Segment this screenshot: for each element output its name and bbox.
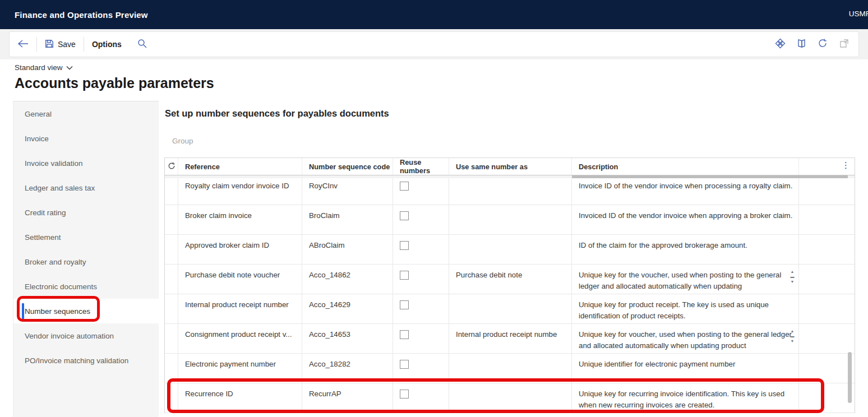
reuse-numbers-checkbox[interactable]	[400, 360, 409, 369]
sequence-code-cell[interactable]: BroClaim	[302, 205, 393, 234]
description-cell[interactable]: Unique identifier for electronic payment…	[572, 354, 799, 383]
reuse-numbers-checkbox[interactable]	[400, 330, 409, 339]
scroll-up-icon[interactable]: ▲	[791, 270, 795, 274]
column-header-reuse-numbers[interactable]: Reuse numbers	[393, 158, 449, 175]
sidebar-item-credit-rating[interactable]: Credit rating	[13, 200, 159, 225]
description-cell[interactable]: Unique key for the voucher, used when po…	[572, 265, 799, 294]
sequence-code-cell[interactable]: RecurrAP	[302, 383, 393, 413]
company-badge[interactable]: USMF	[849, 10, 868, 18]
reference-cell[interactable]: Consignment product receipt v...	[178, 324, 302, 353]
reference-cell[interactable]: Purchase debit note voucher	[178, 265, 302, 294]
row-gutter[interactable]	[165, 205, 178, 234]
cell-scroll-indicator[interactable]: ▲▬▼	[789, 329, 795, 343]
reuse-numbers-checkbox[interactable]	[400, 300, 409, 309]
same-number-cell[interactable]: Internal product receipt numbe	[449, 324, 572, 353]
open-in-new-window-button[interactable]	[837, 38, 851, 51]
row-gutter[interactable]	[165, 294, 178, 323]
scroll-drag-icon[interactable]: ▬	[791, 334, 795, 338]
scroll-drag-icon[interactable]: ▬	[791, 275, 795, 279]
description-cell[interactable]: Unique key for recurring invoice identif…	[572, 383, 799, 413]
same-number-cell[interactable]	[449, 205, 572, 234]
table-row: Internal product receipt number Acco_146…	[165, 294, 855, 324]
vertical-scrollbar-thumb[interactable]	[848, 352, 852, 403]
reference-cell[interactable]: Internal product receipt number	[178, 294, 302, 323]
table-row: Purchase debit note voucher Acco_14862 P…	[165, 265, 855, 294]
same-number-cell[interactable]	[449, 383, 572, 413]
description-cell[interactable]: Unique key for voucher, used when postin…	[572, 324, 799, 353]
sidebar-item-invoice-validation[interactable]: Invoice validation	[13, 151, 159, 175]
sidebar-item-po-invoice-matching-validation[interactable]: PO/Invoice matching validation	[13, 348, 159, 373]
reference-value: Broker claim invoice	[185, 211, 252, 220]
sequence-code-cell[interactable]: Acco_14862	[302, 265, 393, 294]
description-value: Unique identifier for electronic payment…	[579, 359, 793, 370]
help-guides-button[interactable]	[795, 38, 808, 51]
horizontal-scrollbar-thumb[interactable]	[572, 175, 848, 178]
sidebar-item-invoice[interactable]: Invoice	[13, 126, 159, 151]
sequence-code-cell[interactable]: Acco_18282	[302, 354, 393, 383]
reuse-numbers-checkbox[interactable]	[400, 271, 409, 280]
reference-cell[interactable]: Approved broker claim ID	[178, 235, 302, 264]
description-cell[interactable]: Invoiced ID of the vendor invoice when a…	[572, 205, 799, 234]
chevron-down-icon	[66, 63, 73, 72]
reference-cell[interactable]: Recurrence ID	[178, 383, 302, 413]
reuse-numbers-checkbox[interactable]	[400, 241, 409, 250]
sidebar-item-electronic-documents[interactable]: Electronic documents	[13, 274, 159, 299]
column-header-use-same-number-as[interactable]: Use same number as	[449, 158, 572, 175]
reuse-numbers-checkbox[interactable]	[400, 390, 409, 399]
same-number-cell[interactable]	[449, 175, 572, 205]
row-gutter[interactable]	[165, 235, 178, 264]
horizontal-scrollbar[interactable]	[165, 175, 855, 178]
sidebar-item-settlement[interactable]: Settlement	[13, 225, 159, 249]
same-number-cell[interactable]	[449, 354, 572, 383]
same-number-cell[interactable]: Purchase debit note	[449, 265, 572, 294]
sequence-code-cell[interactable]: RoyCInv	[302, 175, 393, 205]
back-button[interactable]	[10, 32, 36, 57]
sidebar-item-ledger-and-sales-tax[interactable]: Ledger and sales tax	[13, 175, 159, 200]
sequence-code-cell[interactable]: Acco_14629	[302, 294, 393, 323]
sequence-code-cell[interactable]: ABroClaim	[302, 235, 393, 264]
sidebar-item-broker-and-royalty[interactable]: Broker and royalty	[13, 249, 159, 274]
sequence-code-cell[interactable]: Acco_14653	[302, 324, 393, 353]
refresh-button[interactable]	[816, 38, 829, 51]
column-header-number-sequence-code[interactable]: Number sequence code	[302, 158, 393, 175]
cell-scroll-indicator[interactable]: ▲▬▼	[789, 270, 795, 284]
options-button[interactable]: Options	[84, 32, 130, 57]
table-row: Broker claim invoice BroClaim Invoiced I…	[165, 205, 855, 235]
dynamics-shapes-button[interactable]	[773, 38, 787, 51]
row-gutter[interactable]	[165, 175, 178, 205]
view-switcher[interactable]: Standard view	[15, 63, 73, 72]
reuse-numbers-cell	[393, 175, 449, 205]
sidebar-item-vendor-invoice-automation[interactable]: Vendor invoice automation	[13, 323, 159, 348]
reference-cell[interactable]: Royalty claim vendor invoice ID	[178, 175, 302, 205]
row-gutter[interactable]	[165, 324, 178, 353]
row-gutter[interactable]	[165, 383, 178, 413]
reuse-numbers-checkbox[interactable]	[400, 182, 409, 191]
back-arrow-icon	[17, 39, 29, 50]
column-header-reference[interactable]: Reference	[178, 158, 302, 175]
row-gutter[interactable]	[165, 265, 178, 294]
description-cell[interactable]: ID of the claim for the approved brokera…	[572, 235, 799, 264]
more-options-icon[interactable]: ⋮	[842, 160, 850, 170]
filler-cell	[799, 175, 855, 205]
same-number-value: Internal product receipt numbe	[456, 330, 557, 339]
scroll-down-icon[interactable]: ▼	[791, 280, 795, 284]
reference-cell[interactable]: Broker claim invoice	[178, 205, 302, 234]
scroll-up-icon[interactable]: ▲	[791, 329, 795, 333]
save-button[interactable]: Save	[37, 32, 84, 57]
search-button[interactable]	[130, 32, 155, 57]
sequence-code-value: Acco_14629	[309, 300, 350, 309]
sidebar-item-general[interactable]: General	[13, 101, 159, 126]
description-cell[interactable]: Invoice ID of the vendor invoice when pr…	[572, 175, 799, 205]
column-header-description[interactable]: Description	[572, 158, 799, 175]
same-number-cell[interactable]	[449, 294, 572, 323]
row-gutter[interactable]	[165, 354, 178, 383]
sidebar-item-label: General	[25, 110, 52, 118]
same-number-cell[interactable]	[449, 235, 572, 264]
scroll-down-icon[interactable]: ▼	[791, 339, 795, 343]
description-cell[interactable]: Unique key for product receipt. The key …	[572, 294, 799, 323]
reuse-numbers-checkbox[interactable]	[400, 211, 409, 220]
reference-cell[interactable]: Electronic payment number	[178, 354, 302, 383]
grid-refresh-button[interactable]	[165, 158, 178, 175]
sidebar-item-number-sequences[interactable]: Number sequences	[13, 299, 159, 323]
group-button[interactable]: Group	[172, 137, 193, 145]
